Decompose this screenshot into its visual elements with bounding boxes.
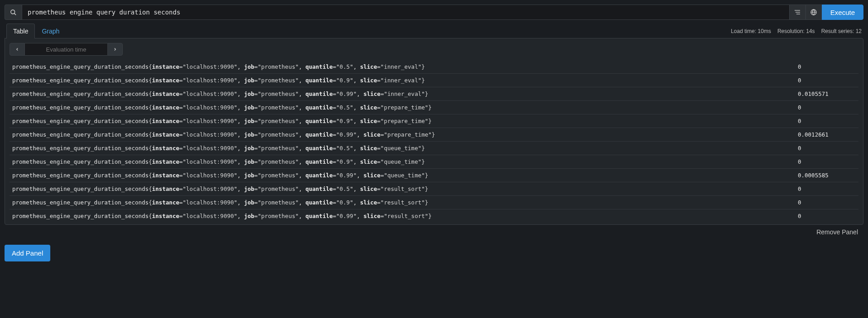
value-cell: 0 [795,101,858,114]
series-cell: prometheus_engine_query_duration_seconds… [10,169,795,182]
table-row[interactable]: prometheus_engine_query_duration_seconds… [10,155,858,169]
table-row[interactable]: prometheus_engine_query_duration_seconds… [10,101,858,114]
series-cell: prometheus_engine_query_duration_seconds… [10,128,795,142]
series-cell: prometheus_engine_query_duration_seconds… [10,74,795,87]
table-row[interactable]: prometheus_engine_query_duration_seconds… [10,114,858,128]
table-row[interactable]: prometheus_engine_query_duration_seconds… [10,87,858,101]
chevron-right-icon [113,47,117,52]
query-bar: Execute [5,5,863,20]
query-status: Load time: 10ms Resolution: 14s Result s… [731,28,862,34]
value-cell: 0 [795,60,858,74]
time-step-back-button[interactable] [10,43,25,56]
table-row[interactable]: prometheus_engine_query_duration_seconds… [10,169,858,182]
table-row[interactable]: prometheus_engine_query_duration_seconds… [10,128,858,142]
series-cell: prometheus_engine_query_duration_seconds… [10,182,795,196]
resolution: Resolution: 14s [777,28,815,34]
search-icon [10,9,17,16]
table-row[interactable]: prometheus_engine_query_duration_seconds… [10,142,858,155]
series-count: Result series: 12 [821,28,862,34]
series-cell: prometheus_engine_query_duration_seconds… [10,155,795,169]
series-cell: prometheus_engine_query_duration_seconds… [10,142,795,155]
format-expression-button[interactable] [790,5,806,20]
tab-graph[interactable]: Graph [35,24,66,38]
value-cell: 0 [795,142,858,155]
value-cell: 0.0005585 [795,169,858,182]
value-cell: 0 [795,155,858,169]
table-row[interactable]: prometheus_engine_query_duration_seconds… [10,209,858,223]
value-cell: 0.0012661 [795,128,858,142]
series-cell: prometheus_engine_query_duration_seconds… [10,101,795,114]
evaluation-time-picker [10,43,123,56]
value-cell: 0 [795,196,858,209]
value-cell: 0 [795,209,858,223]
format-icon [794,9,801,16]
series-cell: prometheus_engine_query_duration_seconds… [10,196,795,209]
view-tabs: Table Graph [6,24,66,38]
svg-point-0 [11,9,15,14]
add-panel-button[interactable]: Add Panel [5,245,50,261]
tabs-row: Table Graph Load time: 10ms Resolution: … [5,24,863,38]
series-cell: prometheus_engine_query_duration_seconds… [10,87,795,101]
value-cell: 0.0105571 [795,87,858,101]
load-time: Load time: 10ms [731,28,771,34]
metrics-explorer-button[interactable] [5,5,22,20]
series-cell: prometheus_engine_query_duration_seconds… [10,114,795,128]
table-row[interactable]: prometheus_engine_query_duration_seconds… [10,196,858,209]
series-cell: prometheus_engine_query_duration_seconds… [10,209,795,223]
table-row[interactable]: prometheus_engine_query_duration_seconds… [10,60,858,74]
value-cell: 0 [795,114,858,128]
value-cell: 0 [795,182,858,196]
evaluation-time-input[interactable] [25,43,107,56]
share-button[interactable] [806,5,822,20]
execute-button[interactable]: Execute [822,5,863,20]
tab-table[interactable]: Table [6,24,35,38]
globe-icon [810,9,817,16]
chevron-left-icon [15,47,19,52]
table-row[interactable]: prometheus_engine_query_duration_seconds… [10,182,858,196]
series-cell: prometheus_engine_query_duration_seconds… [10,60,795,74]
expression-input[interactable] [22,5,790,20]
panel-body: prometheus_engine_query_duration_seconds… [5,38,863,225]
result-table: prometheus_engine_query_duration_seconds… [10,60,858,223]
remove-panel-link[interactable]: Remove Panel [5,225,863,237]
svg-line-1 [14,13,16,15]
time-step-forward-button[interactable] [107,43,123,56]
value-cell: 0 [795,74,858,87]
table-row[interactable]: prometheus_engine_query_duration_seconds… [10,74,858,87]
